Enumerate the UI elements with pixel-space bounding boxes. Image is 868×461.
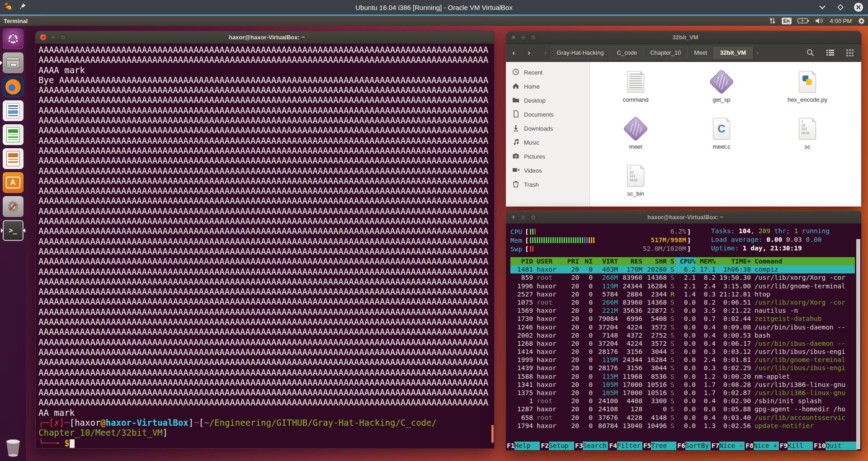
maximize-icon[interactable]: □ [530,214,537,221]
maximize-icon[interactable]: □ [530,34,537,41]
table-row[interactable]: 1375haxor200105M1700010516S0.01.70:02.87… [510,389,855,397]
column-header-virt[interactable]: VIRT [593,257,618,265]
htop-scrollbar[interactable] [856,239,860,449]
dock-item-firefox[interactable] [3,76,24,97]
column-header-s[interactable]: S [667,257,676,265]
close-icon[interactable]: × [40,34,47,41]
table-row[interactable]: 2002haxor200714843722752S0.00.40:00.53ba… [510,331,855,339]
fkey-f3[interactable]: F3Search [574,442,608,450]
file-manager-titlebar[interactable]: × − □ 32bit_VM [506,31,861,44]
sidebar-item-pictures[interactable]: Pictures [506,150,590,164]
file-meet[interactable]: meet [602,117,670,150]
table-row[interactable]: 1439haxor2002817631563044S0.00.30:02.29/… [510,364,855,372]
clock[interactable]: 4:00 PM [830,18,852,24]
terminal-titlebar[interactable]: × − □ haxor@haxor-VirtualBox: ~ [36,31,494,44]
sidebar-item-music[interactable]: Music [506,136,590,150]
fkey-f6[interactable]: F6SortBy [676,442,710,450]
table-row[interactable]: 658root2003767642284148S0.00.40:03.40/us… [510,414,855,422]
fkey-f4[interactable]: F4Filter [608,442,642,450]
file-get_sp[interactable]: get_sp [688,70,755,103]
sidebar-item-trash[interactable]: Trash [506,178,590,192]
column-header-command[interactable]: Command [751,257,855,265]
dock-item-terminal[interactable]: >_ [3,220,24,241]
fkey-f8[interactable]: F8Nice + [745,442,778,450]
keyboard-layout-indicator[interactable]: En [782,18,792,24]
gear-icon[interactable] [858,17,865,25]
list-view-icon[interactable] [823,47,837,59]
close-icon[interactable]: × [510,34,517,41]
table-row[interactable]: 1794haxor200807841304010496S0.01.30:02.5… [510,422,855,430]
file-meet.c[interactable]: Cmeet.c [688,117,755,150]
minimize-icon[interactable]: − [520,34,527,41]
breadcrumb-Meet[interactable]: Meet [688,47,714,59]
column-header-res[interactable]: RES [618,257,642,265]
dock-item-ubuntu-software[interactable]: A [3,172,24,193]
grid-view-icon[interactable] [843,47,857,59]
minimize-icon[interactable]: − [50,34,57,41]
column-header-time+[interactable]: TIME+ [716,257,751,265]
table-row[interactable]: 1414haxor2002817631563044S0.00.30:03.12/… [510,348,855,356]
column-header-user[interactable]: USER [533,257,562,265]
table-row[interactable]: 1996haxor200119M2434416284S2.12.43:15.00… [510,282,855,290]
dock-item-libreoffice-calc[interactable] [3,124,24,145]
file-hex_encode.py[interactable]: hex_encode.py [774,70,841,103]
breadcrumb-Chapter_10[interactable]: Chapter_10 [644,47,688,59]
breadcrumb-C_code[interactable]: C_code [610,47,644,59]
table-row[interactable]: 859root200266M8396014368S2.18.219:50.30/… [510,273,855,282]
dock-item-files[interactable] [3,52,24,73]
minimize-icon[interactable]: − [520,214,527,221]
back-button[interactable]: ‹ [506,47,521,59]
vm-close-button[interactable] [854,2,863,12]
table-row[interactable]: 1246haxor2003720442243572S0.00.40:09.08/… [510,323,855,331]
sidebar-item-documents[interactable]: Documents [506,108,590,122]
table-row[interactable]: 1481haxor200403M170M20280S6.217.11h06:38… [510,265,855,273]
volume-icon[interactable] [815,17,824,24]
pin-icon[interactable] [19,3,26,12]
sidebar-item-desktop[interactable]: Desktop [506,94,590,108]
file-command[interactable]: command [602,70,670,103]
breadcrumb-32bit_VM[interactable]: 32bit_VM [714,47,753,59]
sidebar-item-recent[interactable]: Recent [506,66,590,80]
app-menu-terminal[interactable]: Terminal [4,18,28,24]
network-updown-icon[interactable] [769,17,776,24]
dock-item-system-settings[interactable] [3,196,24,217]
sidebar-item-home[interactable]: Home [506,80,590,94]
dock-item-ubuntu-dash[interactable] [3,28,24,49]
column-header-pri[interactable]: PRI [562,257,579,265]
breadcrumb-Gray-Hat-Hacking[interactable]: Gray-Hat-Hacking [550,47,610,59]
fkey-f1[interactable]: F1Help [506,442,540,450]
table-row[interactable]: 2527haxor200578428842344R1.40.321:12.81h… [510,290,855,298]
dock-item-libreoffice-impress[interactable] [3,148,24,169]
terminal-scrollbar[interactable] [491,425,494,443]
column-header-pid[interactable]: PID [510,257,533,265]
search-icon[interactable] [803,47,817,59]
table-row[interactable]: 1569haxor200221M3563622872S0.03.50:21.22… [510,306,855,315]
file-sc[interactable]: 1 10 101 1010sc [774,117,841,150]
fkey-f7[interactable]: F7Nice - [711,442,745,450]
column-header-cpu%[interactable]: CPU% [676,257,696,265]
table-row[interactable]: 1999haxor200119M2434416284S0.02.40:01.81… [510,356,855,364]
table-row[interactable]: 1268haxor2003720442243572S0.00.40:06.17/… [510,339,855,348]
file-sc_bin[interactable]: 1 10 101 1010sc_bin [602,164,670,197]
fkey-f10[interactable]: F10Quit [813,442,857,450]
process-table-header[interactable]: PIDUSERPRINIVIRTRESSHRSCPU%MEM%TIME+Comm… [510,257,855,265]
battery-icon[interactable] [797,18,809,24]
table-row[interactable]: 1341haxor200105M1700010516S0.01.70:08.28… [510,381,855,389]
breadcrumb-overflow-left-icon[interactable]: ‹ [541,49,550,56]
column-header-shr[interactable]: SHR [642,257,667,265]
table-row[interactable]: 1730haxor2007908469965408S0.00.70:02.44z… [510,315,855,323]
forward-button[interactable]: › [521,47,537,59]
close-icon[interactable]: × [510,214,517,221]
sidebar-item-downloads[interactable]: Downloads [506,122,590,136]
terminal-output[interactable]: AAAAAAAAAAAAAAAAAAAAAAAAAAAAAAAAAAAAAAAA… [36,44,494,449]
table-row[interactable]: 1075root200266M8396014368S0.08.20:06.51/… [510,298,855,306]
vm-restore-diamond-icon[interactable] [835,2,845,12]
breadcrumb-overflow-right-icon[interactable]: › [753,49,762,56]
fkey-f2[interactable]: F2Setup [540,442,574,450]
dock-item-libreoffice-writer[interactable] [3,100,24,121]
htop-titlebar[interactable]: × − □ haxor@haxor-VirtualBox: ~ [506,211,861,224]
dock-item-trash[interactable] [0,438,26,457]
column-header-mem%[interactable]: MEM% [696,257,716,265]
vm-chevron-down-icon[interactable] [817,2,827,12]
column-header-ni[interactable]: NI [579,257,593,265]
